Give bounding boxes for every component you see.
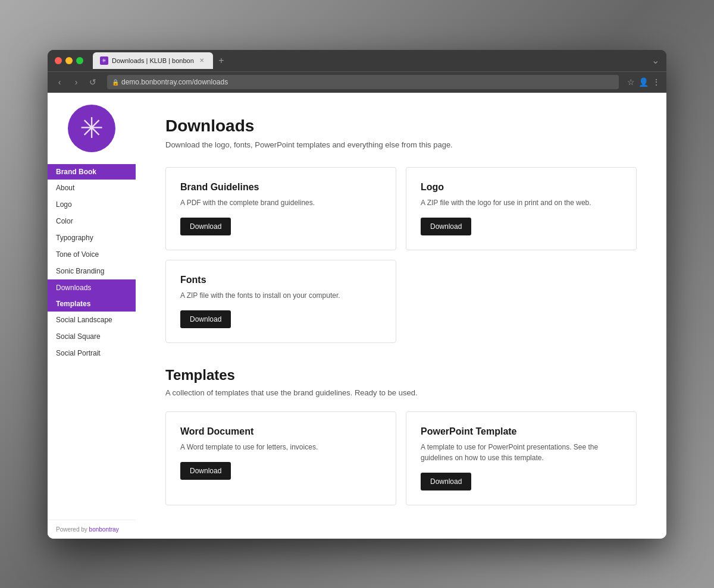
templates-subtitle: A collection of templates that use the b… — [165, 388, 637, 397]
browser-window: ✳ Downloads | KLUB | bonbon ✕ + ⌄ ‹ › ↺ … — [48, 50, 666, 539]
logo-download-button[interactable]: Download — [421, 218, 471, 235]
downloads-subtitle: Download the logo, fonts, PowerPoint tem… — [165, 140, 637, 149]
empty-placeholder — [406, 260, 637, 343]
sidebar-nav: Brand Book About Logo Color Typography T… — [48, 164, 136, 520]
logo-card-title: Logo — [421, 182, 622, 193]
brand-guidelines-title: Brand Guidelines — [180, 182, 381, 193]
word-document-desc: A Word template to use for letters, invo… — [180, 442, 381, 452]
brand-logo: ✳ — [68, 105, 115, 152]
sidebar-item-logo[interactable]: Logo — [48, 196, 136, 213]
toolbar-actions: ☆ 👤 ⋮ — [627, 77, 660, 87]
sidebar: ✳ Brand Book About Logo Color Typography — [48, 93, 136, 539]
logo-symbol: ✳ — [80, 114, 104, 143]
brand-guidelines-desc: A PDF with the complete brand guidelines… — [180, 197, 381, 208]
logo-card-desc: A ZIP file with the logo for use in prin… — [421, 197, 622, 208]
logo-card: Logo A ZIP file with the logo for use in… — [406, 167, 637, 250]
fonts-download-button[interactable]: Download — [180, 310, 231, 328]
tab-title: Downloads | KLUB | bonbon — [112, 57, 194, 64]
fonts-card-desc: A ZIP file with the fonts to install on … — [180, 290, 381, 301]
back-button[interactable]: ‹ — [54, 77, 65, 87]
tab-close-icon[interactable]: ✕ — [198, 56, 206, 65]
forward-button[interactable]: › — [70, 77, 82, 87]
sidebar-item-typography[interactable]: Typography — [48, 229, 136, 246]
minimize-button[interactable] — [65, 57, 73, 64]
sidebar-footer: Powered by bonbontray — [48, 520, 136, 539]
downloads-bottom-row: Fonts A ZIP file with the fonts to insta… — [165, 260, 637, 343]
templates-title: Templates — [165, 367, 637, 383]
active-tab[interactable]: ✳ Downloads | KLUB | bonbon ✕ — [93, 52, 213, 69]
powerpoint-download-button[interactable]: Download — [421, 473, 471, 490]
word-document-download-button[interactable]: Download — [180, 462, 231, 480]
menu-icon[interactable]: ⋮ — [652, 77, 660, 87]
window-controls[interactable]: ⌄ — [652, 55, 659, 66]
tab-favicon: ✳ — [100, 56, 108, 65]
sidebar-item-social-square[interactable]: Social Square — [48, 328, 136, 345]
browser-toolbar: ‹ › ↺ 🔒 demo.bonbontray.com/downloads ☆ … — [48, 71, 666, 93]
templates-section-header: Templates — [48, 296, 136, 312]
sidebar-item-tone-of-voice[interactable]: Tone of Voice — [48, 246, 136, 263]
refresh-button[interactable]: ↺ — [87, 77, 99, 87]
fonts-card: Fonts A ZIP file with the fonts to insta… — [165, 260, 396, 343]
lock-icon: 🔒 — [112, 79, 119, 86]
brand-book-section-header: Brand Book — [48, 164, 136, 180]
close-button[interactable] — [55, 57, 62, 64]
word-document-card: Word Document A Word template to use for… — [165, 411, 396, 505]
bookmark-icon[interactable]: ☆ — [627, 77, 635, 87]
word-document-title: Word Document — [180, 426, 381, 437]
brand-guidelines-download-button[interactable]: Download — [180, 218, 231, 235]
profile-icon[interactable]: 👤 — [638, 77, 649, 87]
sidebar-item-color[interactable]: Color — [48, 213, 136, 229]
templates-row: Word Document A Word template to use for… — [165, 411, 637, 505]
powerpoint-desc: A template to use for PowerPoint present… — [421, 442, 622, 463]
sidebar-item-social-portrait[interactable]: Social Portrait — [48, 345, 136, 361]
traffic-lights — [55, 57, 83, 64]
downloads-top-row: Brand Guidelines A PDF with the complete… — [165, 167, 637, 250]
sidebar-item-social-landscape[interactable]: Social Landscape — [48, 312, 136, 328]
powerpoint-title: PowerPoint Template — [421, 426, 622, 437]
sidebar-item-sonic-branding[interactable]: Sonic Branding — [48, 263, 136, 279]
tab-bar: ✳ Downloads | KLUB | bonbon ✕ + — [93, 52, 647, 69]
downloads-title: Downloads — [165, 117, 637, 136]
maximize-button[interactable] — [76, 57, 83, 64]
main-content: Downloads Download the logo, fonts, Powe… — [136, 93, 666, 539]
sidebar-item-downloads[interactable]: Downloads — [48, 279, 136, 296]
address-text: demo.bonbontray.com/downloads — [121, 78, 228, 86]
new-tab-button[interactable]: + — [215, 55, 227, 67]
powerpoint-card: PowerPoint Template A template to use fo… — [406, 411, 637, 505]
brand-guidelines-card: Brand Guidelines A PDF with the complete… — [165, 167, 396, 250]
address-bar[interactable]: 🔒 demo.bonbontray.com/downloads — [107, 75, 619, 89]
browser-titlebar: ✳ Downloads | KLUB | bonbon ✕ + ⌄ — [48, 50, 666, 71]
sidebar-item-about[interactable]: About — [48, 180, 136, 196]
page-content: ✳ Brand Book About Logo Color Typography — [48, 93, 666, 539]
sidebar-logo: ✳ — [48, 93, 136, 164]
bonbontray-link[interactable]: bonbontray — [89, 526, 119, 533]
fonts-card-title: Fonts — [180, 275, 381, 285]
